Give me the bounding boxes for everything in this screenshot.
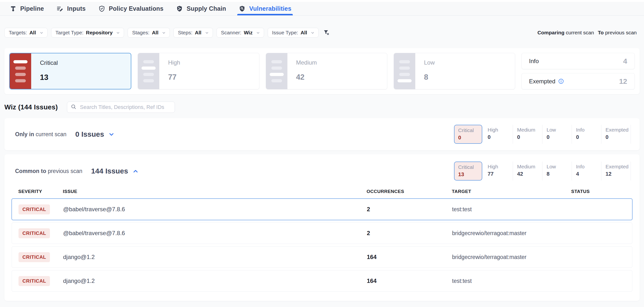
chip-value: 0: [488, 134, 513, 140]
tab-label: Vulnerabilities: [249, 5, 291, 12]
tab-label: Policy Evaluations: [109, 5, 164, 12]
occurrences-cell: 2: [367, 206, 452, 213]
chip-label: Medium: [517, 127, 542, 133]
table-row[interactable]: CRITICAL django@1.2 164 bridgecrewio/ter…: [12, 246, 632, 268]
comparing-bold: Comparing: [537, 30, 564, 35]
chip-label: High: [488, 127, 513, 133]
severity-chip-low[interactable]: Low 0: [542, 125, 572, 144]
tab-policy-evaluations[interactable]: Policy Evaluations: [98, 2, 164, 15]
chevron-down-icon: [40, 31, 44, 35]
table-row[interactable]: CRITICAL @babel/traverse@7.8.6 2 test:te…: [12, 198, 632, 220]
exempted-card-label: Exempted: [529, 78, 555, 85]
tab-supply-chain[interactable]: Supply Chain: [176, 2, 226, 15]
search-input[interactable]: [80, 104, 171, 110]
filter-stages[interactable]: Stages: All: [128, 28, 170, 38]
filter-label: Targets:: [9, 30, 27, 36]
info-card[interactable]: Info 4: [522, 53, 635, 69]
chip-value: 0: [546, 134, 572, 140]
table-row[interactable]: CRITICAL django@1.2 164 test:test: [12, 270, 632, 292]
severity-chip-medium[interactable]: Medium 42: [513, 162, 542, 180]
severity-chip-low[interactable]: Low 8: [542, 162, 572, 180]
tab-inputs[interactable]: Inputs: [56, 2, 86, 15]
filter-value: All: [300, 30, 307, 36]
section-prefix: Only in current scan: [15, 131, 66, 138]
comparing-text: previous scan: [605, 30, 637, 35]
severity-card-medium[interactable]: Medium 42: [266, 53, 387, 90]
tab-pipeline[interactable]: Pipeline: [10, 2, 44, 15]
tab-vulnerabilities[interactable]: Vulnerabilities: [239, 2, 291, 15]
table-row[interactable]: CRITICAL @babel/traverse@7.8.6 2 bridgec…: [12, 222, 632, 244]
tab-label: Pipeline: [20, 5, 44, 12]
filter-value: Repository: [86, 30, 113, 36]
filter-label: Scanner:: [221, 30, 242, 36]
severity-chip-exempted[interactable]: Exempted 12: [602, 162, 631, 180]
occurrences-cell: 164: [367, 278, 452, 284]
section-issue-count: 144 Issues: [91, 167, 128, 175]
shield-search-icon: [239, 5, 246, 12]
filter-scanner[interactable]: Scanner: Wiz: [216, 28, 264, 38]
comparing-text: current scan: [566, 30, 594, 35]
search-icon: [71, 104, 77, 111]
filter-value: All: [195, 30, 202, 36]
chip-value: 0: [458, 134, 482, 141]
shield-check-icon: [98, 5, 105, 12]
severity-bars-icon: [266, 53, 288, 89]
chip-value: 0: [517, 134, 542, 140]
filter-value: All: [152, 30, 158, 36]
target-cell: bridgecrewio/terragoat:master: [452, 254, 572, 260]
table-body: CRITICAL @babel/traverse@7.8.6 2 test:te…: [12, 198, 632, 292]
exempted-card-count: 12: [619, 77, 627, 86]
tab-label: Supply Chain: [186, 5, 226, 12]
filter-label: Stages:: [132, 30, 149, 36]
severity-chip-medium[interactable]: Medium 0: [513, 125, 542, 144]
only-in-current-scan-section: Only in current scan 0 Issues Critical 0…: [4, 118, 640, 150]
chip-value: 8: [546, 171, 572, 177]
severity-chip-high[interactable]: High 0: [484, 125, 513, 144]
chevron-down-icon[interactable]: [108, 131, 114, 138]
filter-issue-type[interactable]: Issue Type: All: [268, 28, 318, 38]
severity-badge: CRITICAL: [18, 276, 50, 286]
severity-card-label: Medium: [296, 59, 317, 66]
filter-label: Issue Type:: [272, 30, 298, 36]
chip-value: 77: [488, 171, 513, 177]
chip-label: Info: [576, 164, 601, 170]
severity-chip-high[interactable]: High 77: [484, 162, 513, 180]
severity-card-label: Low: [424, 59, 435, 66]
severity-chip-exempted[interactable]: Exempted 0: [602, 125, 631, 144]
target-cell: test:test: [452, 278, 572, 284]
severity-chip-info[interactable]: Info 0: [572, 125, 602, 144]
top-strip: [0, 0, 644, 2]
severity-chip-critical[interactable]: Critical 0: [454, 125, 482, 144]
clear-filters-button[interactable]: [322, 29, 330, 36]
severity-chip-info[interactable]: Info 4: [572, 162, 602, 180]
chip-label: Critical: [458, 164, 482, 170]
severity-card-high[interactable]: High 77: [138, 53, 259, 90]
chevron-up-icon[interactable]: [132, 168, 138, 174]
column-header-occurrences: OCCURRENCES: [366, 189, 452, 194]
page-body: Targets: All Target Type: Repository Sta…: [0, 16, 644, 307]
table-header: SEVERITY ISSUE OCCURRENCES TARGET STATUS: [4, 180, 640, 198]
common-to-previous-scan-section: Common to previous scan 144 Issues Criti…: [4, 154, 640, 301]
chip-value: 12: [606, 171, 630, 177]
results-header: Wiz (144 Issues): [4, 102, 640, 113]
severity-chip-critical[interactable]: Critical 13: [454, 162, 482, 180]
filter-target-type[interactable]: Target Type: Repository: [51, 28, 124, 38]
severity-chips-row: Critical 0 High 0 Medium 0 Low 0 Info 0 …: [454, 125, 631, 144]
shield-nodes-icon: [176, 5, 183, 12]
side-cards: Info 4 Exempted 12: [522, 53, 635, 90]
filter-targets[interactable]: Targets: All: [4, 28, 48, 38]
severity-bars-icon: [394, 53, 415, 89]
target-cell: bridgecrewio/terragoat:master: [452, 230, 572, 236]
occurrences-cell: 164: [367, 254, 452, 260]
severity-card-low[interactable]: Low 8: [394, 53, 515, 90]
info-card-label: Info: [529, 58, 539, 64]
chip-label: Low: [546, 127, 572, 133]
severity-card-label: Critical: [40, 60, 58, 66]
filter-steps[interactable]: Steps: All: [174, 28, 213, 38]
chip-label: Info: [576, 127, 601, 133]
exempted-card[interactable]: Exempted 12: [522, 73, 635, 90]
info-icon[interactable]: [558, 78, 564, 84]
search-box[interactable]: [67, 102, 175, 113]
severity-card-critical[interactable]: Critical 13: [9, 53, 131, 90]
filter-value: All: [30, 30, 36, 36]
